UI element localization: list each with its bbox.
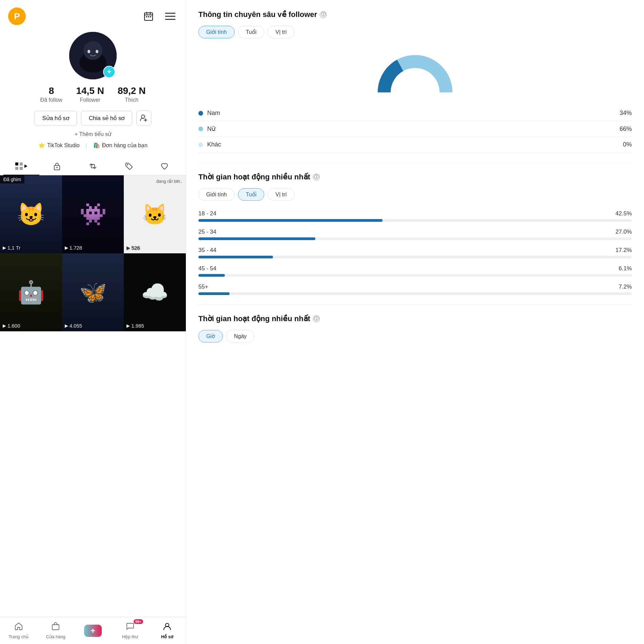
video-thumb-3[interactable]: đang rất bth.. 🐱 ▶ 526 bbox=[124, 175, 186, 253]
svg-rect-5 bbox=[148, 16, 149, 17]
legend-other: Khác 0% bbox=[198, 137, 632, 153]
divider-2 bbox=[198, 305, 632, 305]
bar-pct-25-34: 27.0% bbox=[616, 229, 632, 235]
view-count-2: ▶ 1.728 bbox=[65, 245, 82, 251]
time-tab-day[interactable]: Ngày bbox=[226, 330, 254, 343]
bar-label-55plus: 55+ bbox=[198, 284, 208, 290]
bar-pct-35-44: 17.2% bbox=[616, 247, 632, 254]
bar-fill-25-34 bbox=[198, 237, 315, 240]
nav-inbox[interactable]: 99+ Hộp thư bbox=[112, 617, 149, 644]
shop-icon bbox=[51, 622, 60, 633]
tab-reposts[interactable] bbox=[75, 157, 111, 175]
nav-profile[interactable]: Hồ sơ bbox=[149, 617, 186, 644]
legend-male: Nam 34% bbox=[198, 105, 632, 121]
p-logo: P bbox=[8, 7, 26, 25]
home-icon bbox=[14, 622, 23, 633]
chart-segment-male bbox=[378, 60, 404, 93]
orders-label: Đơn hàng của bạn bbox=[102, 142, 148, 149]
other-dot bbox=[198, 142, 203, 147]
nav-home[interactable]: Trang chủ bbox=[0, 617, 37, 644]
active-time-info-icon[interactable]: ⓘ bbox=[313, 174, 320, 180]
content-tabs bbox=[0, 157, 186, 175]
svg-point-13 bbox=[87, 50, 90, 53]
active-filter-age[interactable]: Tuổi bbox=[238, 188, 265, 201]
add-bio[interactable]: + Thêm tiểu sử bbox=[75, 131, 111, 137]
top-bar-right bbox=[141, 9, 178, 24]
svg-rect-6 bbox=[150, 16, 151, 17]
video-thumb-4[interactable]: 🤖 ▶ 1.600 bbox=[0, 253, 62, 331]
divider-1 bbox=[198, 163, 632, 163]
studio-icon: ⭐ bbox=[38, 142, 45, 149]
inbox-icon bbox=[126, 622, 135, 633]
likes-label: Thích bbox=[125, 97, 138, 103]
bar-row-18-24: 18 - 24 42.5% bbox=[198, 210, 632, 222]
active-filter-location[interactable]: Vị trí bbox=[268, 188, 294, 201]
tab-videos[interactable] bbox=[3, 157, 39, 175]
bar-track-45-54 bbox=[198, 274, 632, 277]
share-profile-button[interactable]: Chia sẻ hồ sơ bbox=[81, 111, 133, 125]
follower-info-icon[interactable]: ⓘ bbox=[320, 11, 327, 18]
profile-icon bbox=[163, 622, 172, 633]
tab-private[interactable] bbox=[39, 157, 75, 175]
active-filter-gender[interactable]: Giới tính bbox=[198, 188, 235, 201]
follower-section-title: Thông tin chuyên sâu về follower ⓘ bbox=[198, 10, 632, 19]
male-pct: 34% bbox=[620, 110, 632, 117]
orders-icon: 🛍️ bbox=[93, 142, 100, 149]
video-thumb-1[interactable]: Đã ghim 😺 ▶ 1,1 Tr bbox=[0, 175, 62, 253]
following-label: Đã follow bbox=[40, 97, 63, 103]
svg-marker-22 bbox=[24, 164, 27, 168]
orders-link[interactable]: 🛍️ Đơn hàng của bạn bbox=[93, 142, 148, 149]
legend-female: Nữ 66% bbox=[198, 121, 632, 137]
video-thumb-5[interactable]: 🦋 ▶ 4.055 bbox=[62, 253, 124, 331]
bar-row-25-34: 25 - 34 27.0% bbox=[198, 229, 632, 240]
tab-tagged[interactable] bbox=[111, 157, 147, 175]
bar-fill-55plus bbox=[198, 292, 230, 295]
bar-track-35-44 bbox=[198, 256, 632, 258]
bar-section: 18 - 24 42.5% 25 - 34 27.0% bbox=[198, 210, 632, 295]
time-tab-hour[interactable]: Giờ bbox=[198, 330, 223, 343]
bar-fill-18-24 bbox=[198, 219, 383, 222]
profile-section: + 8 Đã follow 14,5 N Follower 89,2 N Thí… bbox=[0, 28, 186, 154]
active-time-section: Thời gian hoạt động nhiều nhất ⓘ Giới tí… bbox=[198, 173, 632, 295]
male-dot bbox=[198, 111, 203, 116]
add-user-button[interactable] bbox=[136, 111, 151, 125]
edit-profile-button[interactable]: Sửa hồ sơ bbox=[35, 111, 77, 125]
svg-rect-26 bbox=[52, 625, 59, 630]
male-label: Nam bbox=[207, 110, 220, 117]
active-time-title-2: Thời gian hoạt động nhiều nhất ⓘ bbox=[198, 314, 632, 323]
calendar-icon[interactable] bbox=[141, 9, 156, 24]
tiktok-studio-link[interactable]: ⭐ TikTok Studio bbox=[38, 142, 79, 149]
stat-likes: 89,2 N Thích bbox=[118, 85, 146, 103]
left-panel: P bbox=[0, 0, 186, 644]
legend-items: Nam 34% Nữ 66% Khác 0% bbox=[198, 105, 632, 153]
tab-liked[interactable] bbox=[147, 157, 182, 175]
bar-label-25-34: 25 - 34 bbox=[198, 229, 216, 235]
svg-rect-21 bbox=[20, 167, 23, 170]
female-pct: 66% bbox=[620, 125, 632, 133]
right-panel: Thông tin chuyên sâu về follower ⓘ Giới … bbox=[186, 0, 644, 644]
avatar-add-button[interactable]: + bbox=[103, 66, 115, 78]
filter-tab-location[interactable]: Vị trí bbox=[268, 26, 294, 38]
filter-tab-gender[interactable]: Giới tính bbox=[198, 26, 235, 38]
view-count-4: ▶ 1.600 bbox=[3, 323, 20, 329]
create-button[interactable]: + bbox=[84, 625, 102, 637]
nav-shop[interactable]: Cửa hàng bbox=[37, 617, 75, 644]
divider: | bbox=[86, 142, 87, 149]
followers-label: Follower bbox=[80, 97, 100, 103]
filter-tab-age[interactable]: Tuổi bbox=[238, 26, 265, 38]
menu-icon[interactable] bbox=[163, 9, 178, 24]
video-thumb-6[interactable]: ☁️ ▶ 1.985 bbox=[124, 253, 186, 331]
svg-point-25 bbox=[127, 164, 128, 165]
follower-info-section: Thông tin chuyên sâu về follower ⓘ Giới … bbox=[198, 10, 632, 153]
video-row-2: 🤖 ▶ 1.600 🦋 ▶ 4.055 ☁️ ▶ 1.985 bbox=[0, 253, 186, 331]
active-time-info-icon-2[interactable]: ⓘ bbox=[313, 315, 320, 322]
nav-shop-label: Cửa hàng bbox=[46, 634, 65, 639]
video-thumb-2[interactable]: 👾 ▶ 1.728 bbox=[62, 175, 124, 253]
active-time-title: Thời gian hoạt động nhiều nhất ⓘ bbox=[198, 173, 632, 181]
svg-point-12 bbox=[83, 41, 102, 60]
video-row-1: Đã ghim 😺 ▶ 1,1 Tr 👾 ▶ 1.728 đang rất bt… bbox=[0, 175, 186, 253]
stat-following: 8 Đã follow bbox=[40, 85, 63, 103]
other-pct: 0% bbox=[623, 141, 632, 148]
top-bar: P bbox=[0, 0, 186, 28]
bar-pct-55plus: 7.2% bbox=[619, 284, 632, 290]
